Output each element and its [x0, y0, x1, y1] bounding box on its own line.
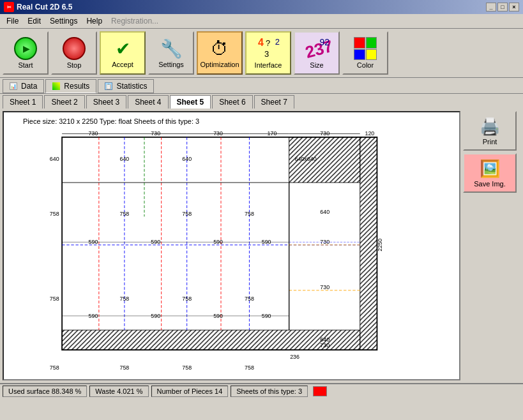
svg-text:758: 758 [50, 296, 59, 302]
tab-results[interactable]: Results [45, 79, 96, 93]
size-icon: 237 92 [304, 37, 330, 60]
svg-text:120: 120 [365, 131, 374, 137]
svg-text:640: 640 [182, 156, 192, 162]
piece-info: Piece size: 3210 x 2250 Type: float Shee… [23, 117, 199, 125]
app-title: Real Cut 2D 6.5 [17, 3, 72, 11]
tab-sheet7[interactable]: Sheet 7 [254, 95, 294, 109]
svg-text:730: 730 [320, 239, 330, 245]
interface-button[interactable]: 4 ? 2 3 Interface [245, 31, 291, 75]
svg-text:640x640: 640x640 [295, 156, 317, 162]
size-button[interactable]: 237 92 Size [294, 31, 340, 75]
save-img-label: Save Img. [474, 180, 506, 188]
accept-button[interactable]: ✔ Accept [100, 31, 146, 75]
svg-text:730: 730 [320, 342, 330, 349]
optimization-button[interactable]: ⏱ Optimization [197, 31, 243, 75]
svg-text:758: 758 [119, 296, 129, 302]
optimization-icon: ⏱ [211, 38, 229, 59]
svg-text:590: 590 [89, 239, 98, 245]
used-surface-status: Used surface 88.348 % [3, 386, 87, 397]
svg-text:2250: 2250 [377, 239, 383, 251]
settings-icon: 🔧 [160, 38, 183, 59]
color-label: Color [357, 61, 374, 69]
start-label: Start [18, 61, 33, 69]
svg-text:730: 730 [151, 131, 160, 137]
accept-icon: ✔ [116, 38, 130, 59]
start-button[interactable]: Start [3, 31, 49, 75]
svg-text:758: 758 [119, 364, 129, 371]
tab-data[interactable]: 📊 Data [3, 79, 44, 93]
svg-text:640: 640 [119, 156, 129, 162]
minimize-button[interactable]: _ [486, 3, 496, 11]
titlebar: ✂ Real Cut 2D 6.5 _ □ × [0, 0, 523, 14]
optimization-label: Optimization [200, 61, 239, 68]
svg-text:236: 236 [290, 354, 299, 360]
tab-sheet4[interactable]: Sheet 4 [128, 95, 168, 109]
color-indicator [313, 386, 327, 396]
save-img-button[interactable]: 🖼️ Save Img. [463, 153, 517, 193]
print-icon: 🖨️ [480, 117, 500, 137]
menu-help[interactable]: Help [82, 15, 106, 27]
menubar: File Edit Settings Help Registration... [0, 14, 523, 29]
window-controls[interactable]: _ □ × [486, 3, 519, 11]
svg-text:730: 730 [89, 131, 98, 137]
sheets-type-text: Sheets of this type: 3 [236, 387, 302, 395]
used-surface-text: Used surface 88.348 % [8, 387, 81, 395]
svg-text:170: 170 [268, 131, 277, 137]
canvas-area[interactable]: Piece size: 3210 x 2250 Type: float Shee… [3, 111, 460, 380]
toolbar: Start Stop ✔ Accept 🔧 Settings ⏱ Optimiz… [0, 29, 523, 78]
accept-label: Accept [112, 61, 133, 68]
svg-text:758: 758 [119, 211, 129, 217]
svg-text:590: 590 [213, 313, 223, 319]
menu-settings[interactable]: Settings [46, 15, 81, 27]
close-button[interactable]: × [509, 3, 519, 11]
svg-text:730: 730 [320, 131, 330, 137]
svg-text:758: 758 [245, 296, 254, 302]
data-tab-icon: 📊 [10, 82, 17, 90]
interface-icon: 4 ? 2 3 [255, 37, 281, 60]
svg-text:590: 590 [262, 239, 271, 245]
print-label: Print [483, 138, 497, 146]
main-area: Piece size: 3210 x 2250 Type: float Shee… [0, 109, 523, 383]
tab-statistics-label: Statistics [116, 82, 147, 91]
color-button[interactable]: Color [342, 31, 388, 75]
tab-results-label: Results [64, 82, 89, 91]
tab-sheet5[interactable]: Sheet 5 [170, 95, 211, 109]
tab-sheet3[interactable]: Sheet 3 [86, 95, 126, 109]
menu-file[interactable]: File [3, 15, 22, 27]
size-label: Size [310, 61, 323, 69]
tab-sheet2[interactable]: Sheet 2 [44, 95, 84, 109]
num-pieces-text: Number of Pieces 14 [157, 387, 223, 395]
svg-text:758: 758 [245, 211, 254, 217]
stop-button[interactable]: Stop [51, 31, 97, 75]
start-icon [14, 37, 37, 60]
top-tabbar: 📊 Data Results 📋 Statistics [0, 78, 523, 94]
menu-edit[interactable]: Edit [24, 15, 45, 27]
tab-sheet6[interactable]: Sheet 6 [212, 95, 252, 109]
statistics-tab-icon: 📋 [105, 82, 112, 90]
svg-text:590: 590 [89, 313, 98, 319]
statusbar: Used surface 88.348 % Waste 4.021 % Numb… [0, 383, 523, 398]
menu-registration[interactable]: Registration... [107, 15, 162, 27]
save-img-icon: 🖼️ [480, 159, 500, 179]
settings-button[interactable]: 🔧 Settings [148, 31, 194, 75]
settings-label: Settings [158, 61, 184, 68]
svg-text:590: 590 [151, 313, 160, 319]
stop-icon [63, 37, 86, 60]
tab-statistics[interactable]: 📋 Statistics [98, 79, 154, 93]
color-icon [354, 37, 377, 60]
svg-text:758: 758 [50, 211, 59, 217]
svg-text:758: 758 [182, 364, 192, 371]
cutting-diagram: 730 730 730 170 730 120 640 758 758 758 … [10, 131, 432, 380]
maximize-button[interactable]: □ [497, 3, 508, 11]
sidebar: 🖨️ Print 🖼️ Save Img. [463, 111, 520, 380]
print-button[interactable]: 🖨️ Print [463, 111, 517, 151]
svg-text:758: 758 [182, 296, 192, 302]
tab-sheet1[interactable]: Sheet 1 [3, 95, 43, 109]
waste-status: Waste 4.021 % [89, 386, 148, 397]
svg-text:758: 758 [245, 364, 254, 371]
svg-text:590: 590 [213, 239, 223, 245]
sheet-tabbar: Sheet 1 Sheet 2 Sheet 3 Sheet 4 Sheet 5 … [0, 94, 523, 109]
svg-text:640: 640 [320, 209, 330, 215]
svg-rect-1 [360, 137, 377, 350]
svg-text:640: 640 [50, 156, 59, 162]
